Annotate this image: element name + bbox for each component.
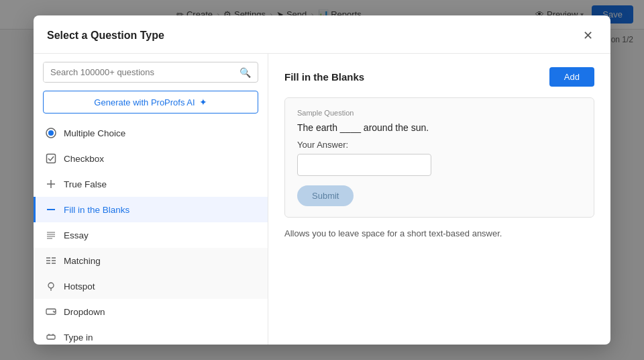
qtype-label: Checkbox xyxy=(64,154,104,164)
modal-title: Select a Question Type xyxy=(47,30,164,42)
true-false-icon xyxy=(45,178,57,190)
svg-rect-19 xyxy=(47,335,55,339)
hotspot-icon xyxy=(45,280,57,292)
qtype-label: Hotspot xyxy=(64,281,95,291)
search-button[interactable]: 🔍 xyxy=(233,63,258,82)
matching-icon xyxy=(45,255,57,267)
qtype-dropdown[interactable]: Dropdown xyxy=(34,299,268,324)
search-box: 🔍 xyxy=(43,62,258,83)
modal-header: Select a Question Type ✕ xyxy=(34,15,610,54)
svg-rect-2 xyxy=(47,154,56,163)
qtype-label: Type in xyxy=(64,332,93,343)
qtype-multiple-choice[interactable]: Multiple Choice xyxy=(34,120,268,146)
qtype-checkbox[interactable]: Checkbox xyxy=(34,146,268,171)
qtype-matching[interactable]: Matching xyxy=(34,248,268,273)
multiple-choice-icon xyxy=(45,127,57,139)
qtype-label: Fill in the Blanks xyxy=(64,205,129,215)
modal-overlay: Select a Question Type ✕ 🔍 Gener xyxy=(0,0,644,360)
qtype-hotspot[interactable]: Hotspot xyxy=(34,273,268,299)
svg-point-16 xyxy=(48,283,54,288)
search-section: 🔍 xyxy=(34,54,268,91)
question-type-description: Allows you to leave space for a short te… xyxy=(284,228,594,238)
svg-point-1 xyxy=(48,130,54,136)
qtype-fill-blanks[interactable]: Fill in the Blanks xyxy=(34,197,268,222)
qtype-true-false[interactable]: True False xyxy=(34,171,268,197)
qtype-label: Matching xyxy=(64,256,101,266)
search-input[interactable] xyxy=(44,62,233,82)
qtype-label: True False xyxy=(64,179,107,189)
right-panel: Fill in the Blanks Add Sample Question T… xyxy=(268,54,610,345)
right-panel-header: Fill in the Blanks Add xyxy=(284,67,594,87)
sample-question-label: Sample Question xyxy=(297,109,582,117)
add-button[interactable]: Add xyxy=(549,67,594,87)
type-in-icon xyxy=(45,331,57,343)
your-answer-label: Your Answer: xyxy=(297,140,582,150)
sample-question-text: The earth ____ around the sun. xyxy=(297,122,582,133)
right-panel-title: Fill in the Blanks xyxy=(284,71,364,83)
question-type-modal: Select a Question Type ✕ 🔍 Gener xyxy=(34,15,610,345)
answer-input[interactable] xyxy=(297,154,431,176)
qtype-label: Essay xyxy=(64,230,89,240)
dropdown-icon xyxy=(45,306,57,318)
search-icon: 🔍 xyxy=(239,67,251,78)
question-type-list: Multiple Choice Checkbox True False xyxy=(34,120,268,345)
qtype-label: Multiple Choice xyxy=(64,128,125,138)
generate-label: Generate with ProProfs AI xyxy=(94,97,195,107)
qtype-essay[interactable]: Essay xyxy=(34,222,268,248)
essay-icon xyxy=(45,229,57,241)
close-button[interactable]: ✕ xyxy=(578,26,597,45)
ai-star-icon: ✦ xyxy=(199,97,207,107)
left-panel: 🔍 Generate with ProProfs AI ✦ Mult xyxy=(34,54,268,345)
generate-ai-button[interactable]: Generate with ProProfs AI ✦ xyxy=(43,91,258,114)
modal-body: 🔍 Generate with ProProfs AI ✦ Mult xyxy=(34,54,610,345)
submit-button[interactable]: Submit xyxy=(297,185,354,206)
sample-question-box: Sample Question The earth ____ around th… xyxy=(284,97,594,218)
qtype-label: Dropdown xyxy=(64,307,105,317)
qtype-type-in[interactable]: Type in xyxy=(34,324,268,345)
checkbox-icon xyxy=(45,152,57,165)
fill-blanks-icon xyxy=(45,204,57,216)
